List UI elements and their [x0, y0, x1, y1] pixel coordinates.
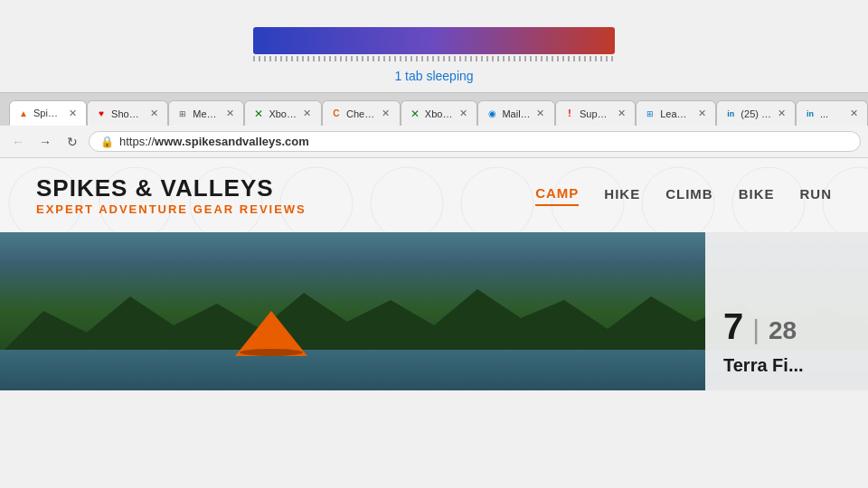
nav-item-hike[interactable]: HIKE: [604, 186, 640, 205]
nav-item-climb[interactable]: CLIMB: [665, 186, 713, 205]
tab-icon-super: !: [563, 108, 576, 120]
article-num-total: 28: [769, 316, 797, 345]
tab-xbox2[interactable]: ✕ Xbox S... ✕: [401, 100, 478, 126]
tab-close-linkedin1[interactable]: ✕: [775, 108, 788, 119]
tab-label-linkedin1: (25) Me...: [741, 108, 771, 119]
tab-icon-spikes: ▲: [17, 107, 30, 119]
tab-linkedin1[interactable]: in (25) Me... ✕: [716, 100, 796, 126]
tab-close-xbox1[interactable]: ✕: [301, 108, 314, 119]
logo-main-text: SPIKES & VALLEYS: [36, 174, 307, 202]
tab-icon-linkedin2: in: [804, 108, 816, 120]
tab-close-chefs[interactable]: ✕: [380, 108, 392, 119]
tab-close-mail[interactable]: ✕: [534, 108, 547, 119]
nav-item-bike[interactable]: BIKE: [739, 186, 775, 205]
hero-area: 7 | 28 Terra Fi...: [0, 232, 868, 390]
site-nav: CAMP HIKE CLIMB BIKE RUN: [535, 185, 832, 206]
tab-xbox1[interactable]: ✕ Xbox S... ✕: [244, 100, 322, 126]
tab-label-xbox1: Xbox S...: [269, 108, 297, 119]
tab-spikes[interactable]: ▲ Spikes ... ✕: [9, 100, 87, 126]
forward-button[interactable]: →: [34, 131, 56, 153]
tent-shadow: [240, 349, 303, 356]
tab-bar: ▲ Spikes ... ✕ ♥ Shop Lo... ✕ ⊞ Meet n..…: [0, 93, 868, 126]
tab-leaders[interactable]: ⊞ Leaders... ✕: [636, 100, 716, 126]
address-bar-row: ← → ↻ 🔒 https://www.spikesandvalleys.com: [0, 126, 868, 158]
tab-super[interactable]: ! Super S... ✕: [555, 100, 636, 126]
tab-label-spikes: Spikes ...: [33, 108, 62, 118]
tab-label-leaders: Leaders...: [660, 108, 692, 119]
tab-label-linkedin2: ...: [820, 108, 844, 119]
url-text: https://www.spikesandvalleys.com: [119, 135, 309, 148]
tab-label-super: Super S...: [580, 108, 611, 119]
tab-close-leaders[interactable]: ✕: [695, 108, 708, 119]
tab-close-shop[interactable]: ✕: [147, 108, 160, 119]
tab-close-xbox2[interactable]: ✕: [457, 108, 469, 119]
browser-chrome: ▲ Spikes ... ✕ ♥ Shop Lo... ✕ ⊞ Meet n..…: [0, 92, 868, 158]
tab-icon-xbox2: ✕: [409, 108, 421, 120]
tab-linkedin2[interactable]: in ... ✕: [796, 100, 868, 126]
refresh-button[interactable]: ↻: [61, 131, 83, 153]
logo-sub-text: EXPERT ADVENTURE GEAR REVIEWS: [36, 202, 307, 216]
tab-icon-mail: ◉: [486, 108, 498, 120]
tab-chefs[interactable]: C Chef's t... ✕: [322, 100, 401, 126]
website-content: SPIKES & VALLEYS EXPERT ADVENTURE GEAR R…: [0, 158, 868, 390]
article-number: 7 | 28: [723, 306, 850, 347]
tab-icon-chefs: C: [330, 108, 343, 120]
site-logo: SPIKES & VALLEYS EXPERT ADVENTURE GEAR R…: [36, 174, 307, 216]
article-divider: |: [752, 314, 760, 345]
nav-item-run[interactable]: RUN: [800, 186, 833, 205]
tab-shop[interactable]: ♥ Shop Lo... ✕: [87, 100, 168, 126]
article-num-main: 7: [723, 306, 743, 347]
tab-icon-shop: ♥: [95, 108, 108, 120]
tab-meet[interactable]: ⊞ Meet n... ✕: [168, 100, 244, 126]
sleeping-text: 1 tab sleeping: [394, 69, 473, 83]
tab-label-shop: Shop Lo...: [111, 108, 144, 119]
tab-label-chefs: Chef's t...: [346, 108, 376, 119]
back-button[interactable]: ←: [7, 131, 29, 153]
address-bar[interactable]: 🔒 https://www.spikesandvalleys.com: [89, 131, 861, 152]
tab-mail[interactable]: ◉ Mail - F... ✕: [477, 100, 555, 126]
tab-icon-meet: ⊞: [176, 108, 189, 120]
article-card: 7 | 28 Terra Fi...: [705, 232, 868, 390]
sleeping-bar-area: 1 tab sleeping: [0, 0, 868, 92]
tab-icon-xbox1: ✕: [252, 108, 265, 120]
tab-label-meet: Meet n...: [193, 108, 220, 119]
tab-label-xbox2: Xbox S...: [425, 108, 454, 119]
hero-tent: [235, 311, 307, 356]
tab-icon-linkedin1: in: [724, 108, 737, 120]
site-header: SPIKES & VALLEYS EXPERT ADVENTURE GEAR R…: [0, 158, 868, 232]
progress-dots: [253, 56, 615, 61]
color-bar: [253, 27, 615, 54]
nav-item-camp[interactable]: CAMP: [535, 185, 579, 206]
tab-close-meet[interactable]: ✕: [223, 108, 236, 119]
tab-label-mail: Mail - F...: [502, 108, 531, 119]
tab-close-spikes[interactable]: ✕: [66, 108, 79, 119]
tab-close-super[interactable]: ✕: [615, 108, 627, 119]
tab-close-linkedin2[interactable]: ✕: [847, 108, 860, 119]
tab-icon-leaders: ⊞: [644, 108, 656, 120]
url-domain: www.spikesandvalleys.com: [155, 135, 309, 148]
article-title: Terra Fi...: [723, 354, 850, 376]
lock-icon: 🔒: [100, 136, 114, 148]
